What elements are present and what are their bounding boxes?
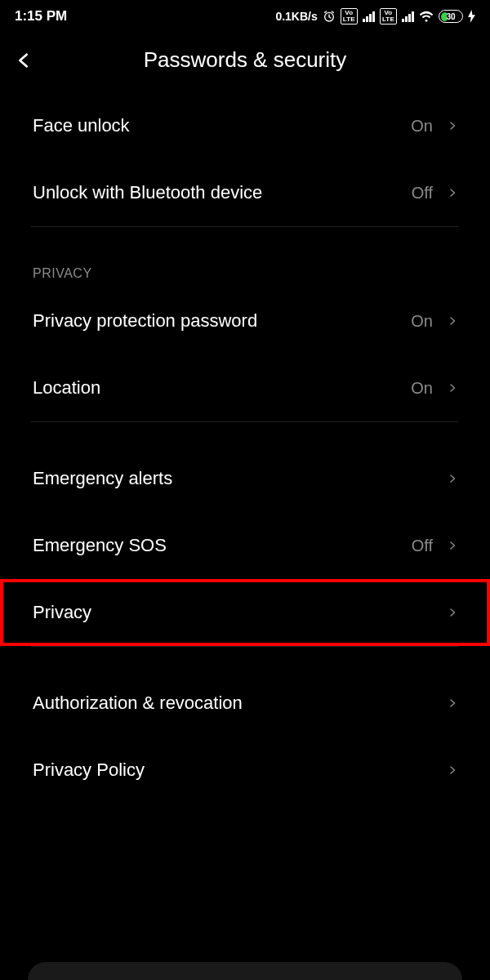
row-label: Authorization & revocation xyxy=(33,693,433,714)
row-label: Emergency alerts xyxy=(33,468,433,489)
row-privacy[interactable]: Privacy xyxy=(0,579,490,646)
row-value: On xyxy=(411,312,433,331)
chevron-right-icon xyxy=(448,537,457,554)
signal-icon-1 xyxy=(363,11,375,22)
chevron-right-icon xyxy=(448,762,457,778)
chevron-right-icon xyxy=(448,380,457,396)
row-label: Emergency SOS xyxy=(33,535,412,556)
row-face-unlock[interactable]: Face unlock On xyxy=(0,92,490,159)
status-netspeed: 0.1KB/s xyxy=(275,10,317,23)
volte-icon-1: VoLTE xyxy=(341,8,358,24)
row-value: On xyxy=(411,379,433,398)
chevron-right-icon xyxy=(448,313,457,329)
chevron-right-icon xyxy=(448,695,457,711)
section-title-privacy: PRIVACY xyxy=(0,227,490,287)
row-label: Location xyxy=(33,377,411,399)
signal-icon-2 xyxy=(402,11,414,22)
row-authorization-revocation[interactable]: Authorization & revocation xyxy=(0,670,490,737)
alarm-icon xyxy=(323,10,336,23)
row-value: Off xyxy=(412,184,433,203)
status-bar: 1:15 PM 0.1KB/s VoLTE VoLTE 30 xyxy=(0,0,490,33)
row-label: Privacy xyxy=(33,602,433,623)
row-value: On xyxy=(411,117,433,136)
chevron-right-icon xyxy=(448,185,457,201)
wifi-icon xyxy=(419,11,434,22)
battery-icon: 30 xyxy=(439,10,463,23)
row-unlock-bluetooth[interactable]: Unlock with Bluetooth device Off xyxy=(0,159,490,226)
header: Passwords & security xyxy=(0,33,490,92)
status-right: 0.1KB/s VoLTE VoLTE 30 xyxy=(275,8,475,24)
chevron-right-icon xyxy=(448,470,457,487)
row-emergency-alerts[interactable]: Emergency alerts xyxy=(0,445,490,512)
row-label: Privacy protection password xyxy=(33,310,411,332)
row-emergency-sos[interactable]: Emergency SOS Off xyxy=(0,512,490,579)
row-label: Unlock with Bluetooth device xyxy=(33,182,412,203)
row-privacy-protection-password[interactable]: Privacy protection password On xyxy=(0,287,490,354)
chevron-right-icon xyxy=(448,118,457,134)
status-time: 1:15 PM xyxy=(15,8,67,24)
row-label: Face unlock xyxy=(33,115,411,136)
volte-icon-2: VoLTE xyxy=(380,8,397,24)
chevron-right-icon xyxy=(448,604,457,621)
page-title: Passwords & security xyxy=(15,47,475,73)
row-value: Off xyxy=(412,537,433,555)
row-location[interactable]: Location On xyxy=(0,354,490,421)
bottom-sheet-handle xyxy=(28,962,462,980)
row-privacy-policy[interactable]: Privacy Policy xyxy=(0,737,490,804)
row-label: Privacy Policy xyxy=(33,760,433,781)
charging-icon xyxy=(468,10,475,23)
